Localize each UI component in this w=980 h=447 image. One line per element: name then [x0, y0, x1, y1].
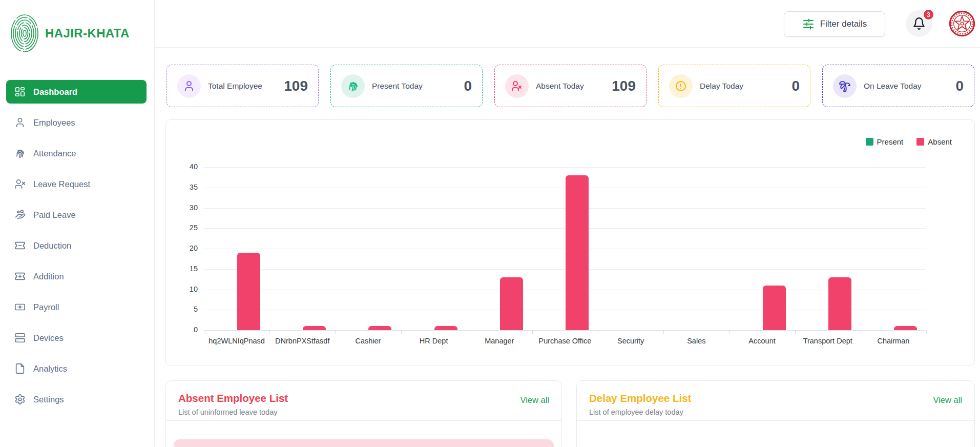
- notifications-button[interactable]: 3: [906, 10, 932, 37]
- sidebar-item-payroll[interactable]: Payroll: [6, 295, 147, 319]
- bar-absent-Manager: [500, 277, 523, 330]
- x-axis-label: Cashier: [335, 337, 401, 345]
- sidebar-item-label: Dashboard: [33, 87, 77, 97]
- sidebar-item-label: Attendance: [33, 149, 76, 158]
- legend-item-absent[interactable]: Absent: [916, 137, 952, 146]
- stat-value: 0: [955, 78, 964, 94]
- sidebar-item-label: Payroll: [33, 302, 59, 312]
- chart-gridline: [204, 167, 926, 168]
- banknote-icon: [14, 301, 26, 313]
- absent-employee-list-card: Absent Employee List List of uninformed …: [165, 380, 562, 447]
- x-axis-label: Transport Dept: [795, 337, 861, 345]
- stat-label: Present Today: [372, 82, 423, 91]
- bar-absent-DNrbnPXStfasdf: [303, 326, 326, 330]
- stat-card-absent-today[interactable]: Absent Today 109: [494, 65, 647, 107]
- absent-list-row[interactable]: [174, 439, 554, 447]
- sidebar-item-label: Analytics: [33, 364, 67, 374]
- user-icon: [183, 80, 195, 92]
- sidebar-item-devices[interactable]: Devices: [6, 326, 147, 350]
- x-axis-label: HR Dept: [401, 337, 467, 345]
- chart-gridline: [204, 330, 926, 331]
- x-axis-tickmark: [269, 331, 270, 334]
- chart-legend: PresentAbsent: [866, 137, 952, 146]
- stat-value: 0: [464, 78, 472, 94]
- legend-item-present[interactable]: Present: [866, 137, 904, 146]
- stat-value: 0: [791, 78, 800, 94]
- x-axis-tickmark: [729, 331, 729, 334]
- absent-view-all-link[interactable]: View all: [520, 395, 549, 405]
- stat-card-delay-today[interactable]: Delay Today 0: [658, 65, 810, 107]
- x-axis-label: Purchase Office: [532, 337, 598, 345]
- dashboard-page: HAJIR-KHATA Dashboard Employees Attendan…: [0, 0, 980, 447]
- x-axis-label: hq2WLNIqPnasd: [204, 337, 269, 345]
- stat-label: Delay Today: [700, 82, 743, 91]
- sidebar-item-label: Paid Leave: [33, 210, 76, 220]
- x-axis-tickmark: [926, 331, 927, 334]
- ticket-minus-icon: [14, 240, 26, 251]
- stat-value: 109: [284, 78, 308, 94]
- sidebar-item-label: Addition: [33, 272, 64, 281]
- stat-icon-bubble: [669, 74, 693, 98]
- stat-icon-bubble: [177, 74, 201, 98]
- legend-label: Present: [877, 137, 904, 146]
- x-axis-tickmark: [861, 331, 861, 334]
- fingerprint-logo-icon: [9, 12, 40, 54]
- attendance-chart: PresentAbsent 0510152025303540hq2WLNIqPn…: [165, 119, 975, 366]
- stat-icon-bubble: [833, 74, 857, 98]
- sidebar-item-leave-request[interactable]: Leave Request: [6, 172, 147, 196]
- y-axis-tick: 10: [180, 285, 198, 293]
- chart-gridline: [204, 290, 926, 290]
- stat-card-total-employee[interactable]: Total Employee 109: [166, 65, 319, 107]
- sidebar-item-label: Employees: [33, 118, 75, 128]
- sidebar-item-deduction[interactable]: Deduction: [6, 234, 147, 257]
- y-axis-tick: 15: [180, 265, 198, 273]
- user-x-icon: [511, 80, 523, 92]
- card-header: Absent Employee List List of uninformed …: [166, 381, 561, 420]
- delay-list-title: Delay Employee List: [589, 392, 962, 404]
- sidebar-item-employees[interactable]: Employees: [6, 111, 147, 134]
- bar-absent-HR Dept: [434, 326, 457, 330]
- x-axis-tickmark: [401, 331, 402, 334]
- filter-details-label: Filter details: [820, 19, 867, 29]
- filter-details-button[interactable]: Filter details: [784, 11, 885, 37]
- sidebar-item-dashboard[interactable]: Dashboard: [6, 80, 147, 104]
- stat-card-on-leave-today[interactable]: On Leave Today 0: [822, 65, 974, 107]
- stat-label: Absent Today: [536, 82, 584, 91]
- brand-logo[interactable]: HAJIR-KHATA: [9, 12, 154, 54]
- seal-stamp-icon: [949, 10, 975, 37]
- user-avatar[interactable]: [949, 10, 975, 37]
- delay-view-all-link[interactable]: View all: [933, 395, 962, 405]
- y-axis-tick: 25: [180, 223, 198, 232]
- chart-gridline: [204, 249, 926, 249]
- bar-absent-hq2WLNIqPnasd: [237, 253, 260, 330]
- x-axis-label: Chairman: [861, 337, 926, 345]
- sidebar-item-label: Devices: [33, 333, 64, 343]
- sidebar-item-attendance[interactable]: Attendance: [6, 141, 147, 165]
- brand-name: HAJIR-KHATA: [45, 26, 130, 40]
- legend-swatch: [866, 138, 873, 146]
- bar-absent-Account: [763, 286, 786, 330]
- header-divider: [155, 47, 980, 48]
- bar-absent-Cashier: [368, 326, 391, 330]
- sliders-icon: [802, 18, 815, 30]
- x-axis-tickmark: [204, 331, 204, 334]
- chart-gridline: [204, 310, 926, 310]
- sidebar-item-paid-leave[interactable]: Paid Leave: [6, 203, 147, 227]
- bell-icon: [912, 17, 926, 30]
- x-axis-tickmark: [795, 331, 796, 334]
- sidebar-item-addition[interactable]: Addition: [6, 265, 147, 288]
- absent-list-subtitle: List of uninformed leave today: [178, 408, 549, 416]
- y-axis-tick: 5: [180, 305, 198, 313]
- sidebar-item-label: Deduction: [33, 241, 71, 251]
- sidebar-item-analytics[interactable]: Analytics: [6, 357, 147, 380]
- user-icon: [14, 117, 26, 128]
- file-icon: [14, 363, 26, 374]
- legend-label: Absent: [928, 137, 952, 146]
- x-axis-tickmark: [598, 331, 598, 334]
- delay-list-subtitle: List of employee delay today: [589, 408, 962, 416]
- x-axis-label: Security: [598, 337, 663, 345]
- stat-card-present-today[interactable]: Present Today 0: [330, 65, 483, 107]
- sidebar-item-settings[interactable]: Settings: [6, 388, 147, 411]
- y-axis-tick: 35: [180, 183, 198, 191]
- user-x-icon: [14, 178, 26, 190]
